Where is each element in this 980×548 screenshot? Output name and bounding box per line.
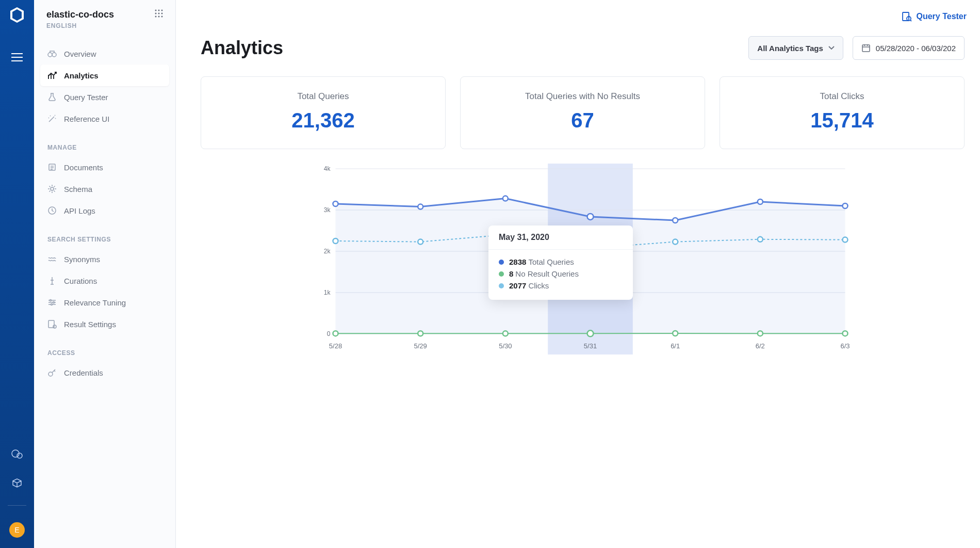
svg-text:5/30: 5/30 [499, 342, 512, 350]
sidebar-item-credentials[interactable]: Credentials [40, 362, 169, 383]
sidebar-item-analytics[interactable]: Analytics [40, 65, 169, 86]
svg-text:0: 0 [327, 330, 331, 337]
sliders-icon [47, 298, 57, 307]
svg-text:6/3: 6/3 [840, 342, 850, 350]
page-title: Analytics [201, 37, 283, 59]
svg-text:6/2: 6/2 [756, 342, 765, 350]
svg-point-2 [155, 10, 157, 11]
engine-language: ENGLISH [46, 22, 114, 29]
document-icon [47, 163, 57, 172]
nav-section-search-settings: SEARCH SETTINGS [40, 221, 169, 248]
svg-point-49 [843, 203, 848, 208]
svg-point-43 [333, 201, 338, 206]
hamburger-icon[interactable] [5, 47, 29, 68]
package-icon[interactable] [11, 477, 23, 489]
svg-point-58 [418, 331, 423, 336]
chevron-down-icon [828, 46, 835, 50]
product-logo-icon [8, 6, 26, 24]
series-dot-icon [499, 260, 504, 265]
sidebar-item-documents[interactable]: Documents [40, 156, 169, 178]
sidebar-item-query-tester[interactable]: Query Tester [40, 86, 169, 108]
sidebar-item-api-logs[interactable]: API Logs [40, 200, 169, 221]
svg-point-59 [503, 331, 508, 336]
stats-row: Total Queries 21,362 Total Queries with … [201, 76, 965, 149]
tags-filter-dropdown[interactable]: All Analytics Tags [748, 36, 843, 60]
tooltip-row-noresults: 8No Result Queries [499, 268, 623, 280]
svg-point-55 [758, 237, 763, 242]
apps-grid-icon[interactable] [155, 9, 163, 18]
chart-tooltip: May 31, 2020 2838Total Queries 8No Resul… [488, 225, 633, 300]
svg-text:5/31: 5/31 [584, 342, 597, 350]
svg-point-57 [333, 331, 338, 336]
sidebar-item-schema[interactable]: Schema [40, 178, 169, 200]
svg-point-46 [587, 214, 594, 220]
svg-point-18 [51, 304, 53, 305]
chat-icon[interactable] [11, 448, 23, 461]
svg-text:3k: 3k [324, 206, 331, 214]
wand-icon [47, 114, 57, 123]
sidebar-item-relevance-tuning[interactable]: Relevance Tuning [40, 292, 169, 313]
svg-point-9 [158, 16, 160, 18]
sidebar-item-curations[interactable]: Curations [40, 270, 169, 292]
svg-text:4k: 4k [324, 165, 331, 172]
svg-rect-24 [862, 45, 870, 52]
sidebar-item-label: Curations [64, 277, 97, 285]
svg-point-12 [52, 53, 56, 57]
date-range-picker[interactable]: 05/28/2020 - 06/03/202 [853, 36, 965, 60]
sidebar-item-label: Query Tester [64, 93, 108, 102]
sidebar-item-result-settings[interactable]: Result Settings [40, 313, 169, 335]
svg-point-1 [17, 453, 22, 458]
nav-rail: E [0, 0, 34, 548]
svg-point-44 [418, 204, 423, 209]
topbar: Query Tester [176, 0, 980, 33]
calendar-icon [861, 43, 871, 53]
sidebar-item-label: Schema [64, 185, 92, 194]
sidebar-item-label: Reference UI [64, 115, 109, 123]
svg-point-3 [158, 10, 160, 11]
gear-icon [47, 184, 57, 194]
analytics-icon [47, 71, 57, 80]
main: Query Tester Analytics All Analytics Tag… [176, 0, 980, 548]
tooltip-row-queries: 2838Total Queries [499, 256, 623, 268]
stat-value: 15,714 [730, 109, 954, 132]
sidebar-item-label: Result Settings [64, 320, 116, 329]
series-dot-icon [499, 283, 504, 288]
key-icon [47, 368, 57, 377]
analytics-chart[interactable]: 01k2k3k4k5/285/295/305/316/16/26/3 May 3… [201, 164, 965, 354]
beaker-icon [47, 92, 57, 102]
sidebar-item-label: Credentials [64, 368, 103, 377]
sidebar-item-label: Analytics [64, 71, 99, 80]
svg-point-20 [53, 325, 56, 328]
query-tester-button[interactable]: Query Tester [902, 11, 967, 22]
stat-value: 21,362 [211, 109, 435, 132]
svg-point-56 [843, 237, 848, 243]
tags-filter-label: All Analytics Tags [757, 44, 823, 53]
sidebar-item-label: Synonyms [64, 255, 100, 264]
series-dot-icon [499, 271, 504, 277]
svg-point-4 [161, 10, 163, 11]
svg-point-17 [53, 302, 55, 303]
svg-text:6/1: 6/1 [671, 342, 680, 350]
svg-point-8 [155, 16, 157, 18]
nav-section-access: ACCESS [40, 335, 169, 362]
waves-icon [47, 254, 57, 264]
sidebar-item-reference-ui[interactable]: Reference UI [40, 108, 169, 130]
svg-point-62 [758, 331, 763, 336]
pin-icon [47, 276, 57, 285]
user-avatar[interactable]: E [9, 522, 25, 538]
svg-point-51 [418, 239, 423, 245]
nav-section-manage: MANAGE [40, 130, 169, 156]
stat-label: Total Queries with No Results [471, 91, 694, 102]
svg-point-54 [673, 239, 678, 245]
stat-value: 67 [471, 109, 694, 132]
sidebar-item-label: API Logs [64, 206, 95, 215]
svg-point-16 [50, 300, 52, 301]
engine-name: elastic-co-docs [46, 9, 114, 20]
stat-total-queries: Total Queries 21,362 [201, 76, 446, 149]
svg-point-63 [843, 331, 848, 336]
sidebar-item-overview[interactable]: Overview [40, 43, 169, 65]
tooltip-row-clicks: 2077Clicks [499, 280, 623, 292]
query-tester-label: Query Tester [916, 12, 967, 21]
svg-point-21 [48, 372, 53, 376]
sidebar-item-synonyms[interactable]: Synonyms [40, 248, 169, 270]
